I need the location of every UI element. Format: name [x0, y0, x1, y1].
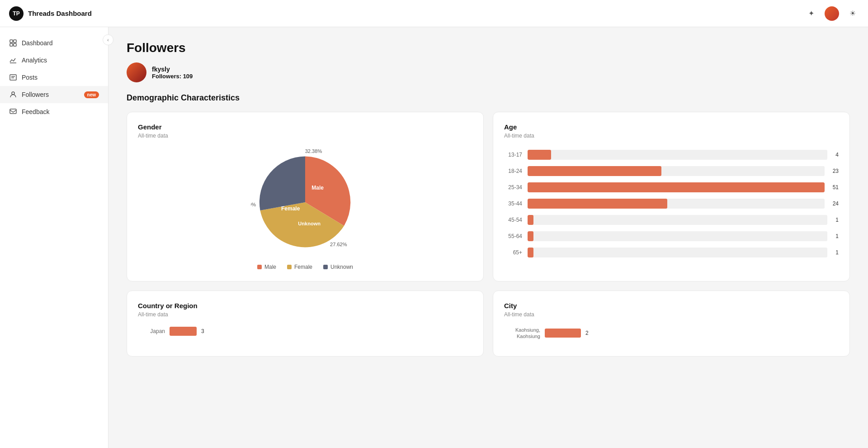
age-bar-row: 13-17 4 [504, 150, 839, 160]
pie-chart-svg: Male Female Unknown 32.38% 40.00% 27.62% [251, 148, 359, 257]
followers-badge: new [84, 91, 99, 98]
settings-icon[interactable]: ☀ [846, 7, 859, 20]
svg-rect-2 [10, 43, 13, 46]
legend-dot-male [257, 265, 262, 269]
sidebar-item-analytics[interactable]: Analytics [0, 52, 108, 69]
profile-info: fkysly Followers: 109 [127, 62, 850, 82]
translate-icon[interactable]: ✦ [805, 7, 817, 20]
analytics-icon [9, 56, 17, 64]
sidebar-item-posts[interactable]: Posts [0, 69, 108, 86]
pie-label-female: Female [281, 205, 300, 212]
city-chart-card: City All-time data Kaohsiung, Kaohsiung … [493, 291, 850, 357]
sidebar-item-label: Dashboard [22, 39, 53, 47]
pie-pct-unknown: 27.62% [330, 242, 347, 247]
country-bar-fill [170, 327, 197, 336]
profile-followers-count: Followers: 109 [152, 73, 193, 80]
age-bar-fill [528, 231, 533, 241]
country-chart-card: Country or Region All-time data Japan 3 [127, 291, 484, 357]
age-chart-title: Age [504, 123, 839, 131]
legend-male: Male [257, 264, 276, 270]
age-bar-track [528, 166, 825, 176]
age-bar-value: 1 [835, 249, 839, 256]
age-bar-label: 55-64 [504, 233, 522, 239]
city-bar-label: Kaohsiung, Kaohsiung [504, 327, 540, 340]
pie-label-unknown: Unknown [298, 221, 321, 226]
age-bar-row: 35-44 24 [504, 199, 839, 209]
sidebar-item-dashboard[interactable]: Dashboard [0, 34, 108, 52]
followers-icon [9, 91, 17, 99]
charts-grid-row1: Gender All-time data [127, 112, 850, 281]
age-bar-value: 1 [835, 217, 839, 223]
pie-chart-wrapper: Male Female Unknown 32.38% 40.00% 27.62% [138, 148, 472, 270]
age-bar-label: 35-44 [504, 200, 522, 207]
age-bar-track [528, 199, 825, 209]
age-bar-row: 65+ 1 [504, 248, 839, 257]
posts-icon [9, 73, 17, 81]
age-bar-label: 65+ [504, 249, 522, 256]
sidebar-collapse-button[interactable]: ‹ [103, 34, 113, 45]
header-right: ✦ ☀ [805, 6, 859, 21]
age-bar-track [528, 182, 825, 192]
gender-chart-title: Gender [138, 123, 472, 131]
age-bar-row: 55-64 1 [504, 231, 839, 241]
city-bar-value: 2 [585, 330, 589, 336]
age-bar-chart: 13-17 4 18-24 23 25-34 51 35-44 24 45-54 [504, 148, 839, 257]
city-bar-fill [545, 329, 581, 338]
age-bar-value: 51 [833, 184, 839, 191]
sidebar-item-label: Feedback [22, 108, 49, 115]
svg-rect-9 [10, 109, 16, 114]
age-bar-fill [528, 248, 533, 257]
sidebar-item-label: Analytics [22, 57, 47, 64]
app-title: Threads Dashboard [28, 10, 92, 17]
age-bar-label: 25-34 [504, 184, 522, 191]
profile-avatar [127, 62, 146, 82]
age-chart-card: Age All-time data 13-17 4 18-24 23 25-34… [493, 112, 850, 281]
charts-grid-row2: Country or Region All-time data Japan 3 … [127, 291, 850, 357]
age-bar-value: 23 [833, 168, 839, 174]
pie-pct-female: 40.00% [251, 202, 256, 207]
city-bars: Kaohsiung, Kaohsiung 2 [504, 327, 839, 340]
pie-legend: Male Female Unknown [257, 264, 353, 270]
profile-details: fkysly Followers: 109 [152, 66, 193, 80]
sidebar-item-label: Followers [22, 91, 49, 98]
age-bar-track [528, 150, 827, 160]
svg-rect-3 [14, 43, 16, 46]
app-container: TP Threads Dashboard ✦ ☀ ‹ [0, 0, 868, 448]
age-bar-fill [528, 150, 551, 160]
city-chart-title: City [504, 302, 839, 310]
sidebar: ‹ Dashboard [0, 27, 108, 448]
age-bar-fill [528, 182, 825, 192]
pie-label-male: Male [311, 185, 324, 191]
age-bar-label: 13-17 [504, 152, 522, 158]
age-bar-value: 24 [833, 200, 839, 207]
svg-rect-1 [14, 40, 16, 43]
feedback-icon [9, 108, 17, 116]
logo: TP [9, 6, 24, 21]
legend-female: Female [287, 264, 312, 270]
age-bar-value: 1 [835, 233, 839, 239]
legend-dot-unknown [323, 265, 328, 269]
age-bar-track [528, 248, 827, 257]
section-title: Demographic Characteristics [127, 93, 850, 103]
age-bar-fill [528, 199, 667, 209]
age-bar-fill [528, 166, 661, 176]
country-chart-subtitle: All-time data [138, 311, 472, 318]
gender-chart-subtitle: All-time data [138, 133, 472, 139]
svg-rect-0 [10, 40, 13, 43]
age-bar-fill [528, 215, 533, 225]
age-bar-row: 18-24 23 [504, 166, 839, 176]
country-chart-title: Country or Region [138, 302, 472, 310]
city-chart-subtitle: All-time data [504, 311, 839, 318]
user-avatar[interactable] [825, 6, 839, 21]
country-bars: Japan 3 [138, 327, 472, 336]
age-bar-label: 18-24 [504, 168, 522, 174]
age-bar-row: 45-54 1 [504, 215, 839, 225]
sidebar-item-feedback[interactable]: Feedback [0, 103, 108, 120]
sidebar-item-followers[interactable]: Followers new [0, 86, 108, 103]
pie-slice-unknown [259, 156, 305, 210]
age-chart-subtitle: All-time data [504, 133, 839, 139]
sidebar-item-label: Posts [22, 74, 38, 81]
country-bar-label: Japan [138, 328, 165, 334]
legend-unknown: Unknown [323, 264, 353, 270]
age-bar-value: 4 [835, 152, 839, 158]
